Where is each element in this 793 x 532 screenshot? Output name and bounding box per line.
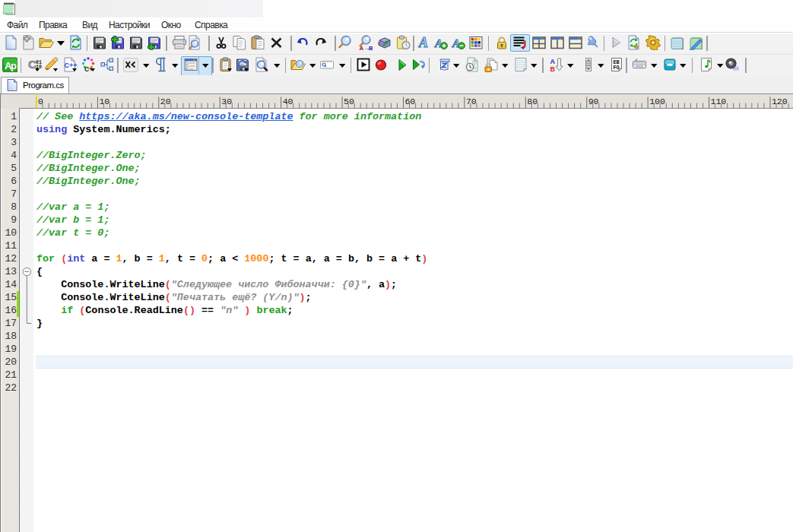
svg-text:80: 80 xyxy=(527,97,538,106)
svg-text:30: 30 xyxy=(221,97,232,106)
svg-text:FO: FO xyxy=(614,65,620,71)
svg-text:A: A xyxy=(418,35,428,50)
svg-text:p: p xyxy=(11,60,17,71)
svg-text:20: 20 xyxy=(160,97,171,106)
svg-text:110: 110 xyxy=(711,97,727,106)
svg-text:120: 120 xyxy=(772,97,788,106)
svg-text:B: B xyxy=(550,65,556,73)
svg-text:B: B xyxy=(369,45,373,51)
svg-text:A: A xyxy=(550,58,556,65)
svg-text:60: 60 xyxy=(404,97,415,106)
svg-text:70: 70 xyxy=(466,97,477,106)
svg-text:50: 50 xyxy=(344,97,354,106)
svg-text:90: 90 xyxy=(588,97,599,106)
svg-text:100: 100 xyxy=(649,97,665,106)
svg-text:10: 10 xyxy=(99,97,109,106)
svg-text:40: 40 xyxy=(283,97,293,106)
